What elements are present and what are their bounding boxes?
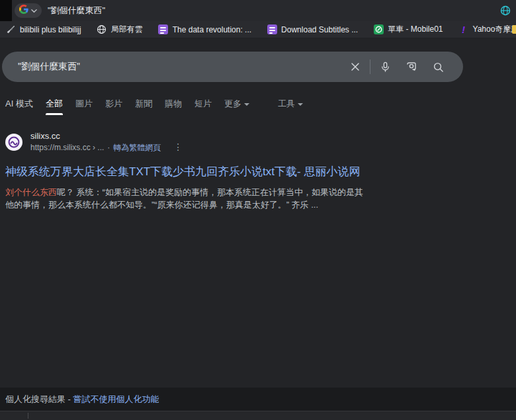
bookmark-label: 局部有雲 — [111, 24, 143, 35]
tab-ai-mode[interactable]: AI 模式 — [5, 93, 33, 118]
bookmark-overflow-sliver[interactable] — [512, 25, 516, 34]
bookmark-label: 單車 - Mobile01 — [388, 24, 443, 35]
bookmark-weather[interactable]: 局部有雲 — [97, 24, 143, 35]
tab-videos[interactable]: 影片 — [105, 93, 122, 118]
search-icon[interactable] — [425, 54, 451, 80]
result-snippet: 刘个什么东西呢？ 系统：“如果宿主说的是奖励的事情，那本系统正在计算当中，如果说… — [5, 186, 370, 212]
tab-images[interactable]: 圖片 — [75, 93, 93, 118]
site-url: https://m.silixs.cc › ... — [30, 143, 104, 153]
microphone-icon[interactable] — [372, 54, 398, 80]
result-options-icon[interactable]: ⋮ — [173, 142, 183, 153]
site-favicon — [5, 134, 22, 151]
site-name: silixs.cc — [30, 131, 183, 142]
yahoo-bang-icon: ! — [458, 24, 469, 35]
snippet-highlight: 刘个什么东西 — [5, 187, 57, 197]
url-separator: · — [107, 143, 110, 153]
tab-news[interactable]: 新聞 — [135, 93, 152, 118]
personalization-footer: 個人化搜尋結果 - 嘗試不使用個人化功能 — [0, 388, 516, 411]
tab-all[interactable]: 全部 — [46, 93, 63, 118]
google-logo-icon — [19, 5, 28, 17]
footer-separator: - — [65, 394, 73, 404]
bookmark-download-subtitles[interactable]: Download Subtitles ... — [267, 24, 358, 35]
bookmark-label: bilibili plus bilibilijj — [20, 25, 81, 34]
result-filter-tabs: AI 模式 全部 圖片 影片 新聞 購物 短片 更多 工具 — [5, 93, 316, 118]
tab-more-label: 更多 — [224, 98, 241, 110]
tab-tools[interactable]: 工具 — [278, 93, 303, 118]
result-source[interactable]: silixs.cc https://m.silixs.cc › ... · 轉為… — [5, 131, 376, 153]
green-clock-icon — [373, 24, 384, 35]
personalization-text: 個人化搜尋結果 — [5, 394, 65, 405]
result-title-link[interactable]: 神级系统万界大店长全集TXT下载少书九回齐乐小说txt下载- 思丽小说网 — [5, 164, 376, 179]
chevron-down-icon — [31, 5, 37, 17]
bookmark-mobile01[interactable]: 單車 - Mobile01 — [373, 24, 443, 35]
window-edge — [0, 0, 12, 21]
browser-window: "劉個什麼東西" bilibili plus bilibilijj 局部有雲 — [0, 0, 516, 420]
bottom-scrollbar-strip[interactable] — [0, 411, 516, 420]
search-engine-chip[interactable] — [15, 3, 42, 18]
omnibox-query[interactable]: "劉個什麼東西" — [48, 0, 105, 21]
search-input[interactable]: "劉個什麼東西" — [18, 61, 342, 73]
translate-page-link[interactable]: 轉為繁體網頁 — [113, 143, 161, 153]
bookmark-data-revolution[interactable]: The data revolution: ... — [158, 24, 251, 35]
globe-extension-icon[interactable] — [500, 5, 511, 16]
tab-shopping[interactable]: 購物 — [165, 93, 182, 118]
try-without-personalization-link[interactable]: 嘗試不使用個人化功能 — [73, 394, 159, 405]
brush-icon — [5, 24, 16, 35]
bookmarks-bar: bilibili plus bilibilijj 局部有雲 The data r… — [0, 21, 516, 38]
bookmark-yahoo-news[interactable]: ! Yahoo奇摩新聞 — [458, 24, 516, 35]
tab-more[interactable]: 更多 — [224, 93, 249, 118]
search-result: silixs.cc https://m.silixs.cc › ... · 轉為… — [5, 131, 376, 212]
snippet-text: 呢？ 系统：“如果宿主说的是奖励的事情，那本系统正在计算当中，如果说的是其他的事… — [5, 187, 363, 210]
clear-icon[interactable] — [342, 54, 368, 80]
purple-list-icon — [158, 24, 169, 35]
search-box[interactable]: "劉個什麼東西" — [2, 52, 463, 82]
bookmark-label: The data revolution: ... — [173, 25, 251, 34]
bookmark-label: Yahoo奇摩新聞 — [473, 24, 516, 35]
tab-shorts[interactable]: 短片 — [194, 93, 212, 118]
scrollbar-tick — [28, 413, 28, 419]
search-divider — [370, 60, 370, 74]
lens-camera-icon[interactable] — [398, 54, 425, 80]
search-results-page: "劉個什麼東西" AI 模式 全部 圖片 影片 — [0, 38, 516, 420]
chevron-down-icon — [298, 103, 303, 106]
purple-list-icon — [267, 24, 277, 35]
bookmark-label: Download Subtitles ... — [281, 25, 358, 34]
bookmark-bilibili[interactable]: bilibili plus bilibilijj — [5, 24, 81, 35]
address-bar[interactable]: "劉個什麼東西" — [0, 0, 516, 21]
tab-tools-label: 工具 — [278, 98, 295, 110]
globe-wire-icon — [97, 24, 107, 35]
chevron-down-icon — [244, 103, 249, 106]
